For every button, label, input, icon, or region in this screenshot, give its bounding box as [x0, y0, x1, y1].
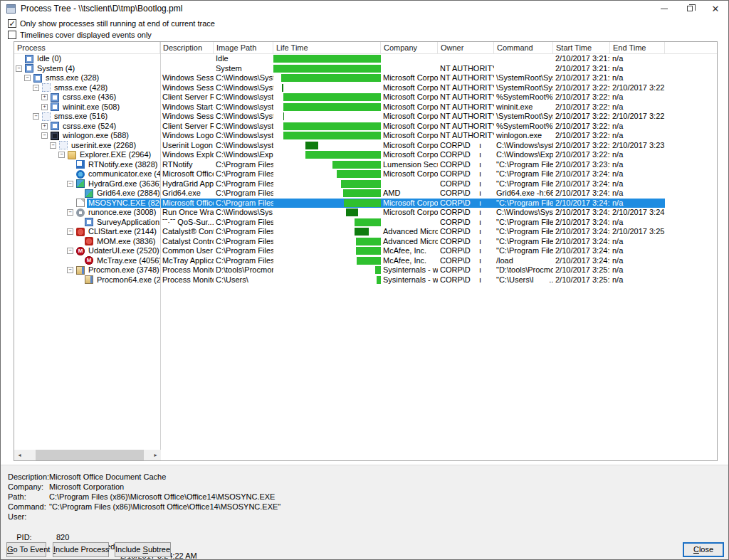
collapse-icon[interactable]: −: [16, 65, 22, 72]
cell-image-path: C:\Windows\Syst...: [214, 73, 273, 83]
collapse-icon[interactable]: −: [58, 152, 65, 158]
collapse-icon[interactable]: −: [67, 248, 73, 254]
column-header-life-time[interactable]: Life Time: [273, 42, 381, 54]
cell-description: [160, 54, 214, 64]
process-row[interactable]: +csrss.exe (524)Client Server Runt...C:\…: [14, 122, 717, 132]
process-row[interactable]: −CLIStart.exe (2144)Catalyst® Control ..…: [14, 227, 717, 237]
expand-icon[interactable]: +: [41, 94, 48, 100]
process-row[interactable]: SurveyApplication.exe (3ˉˉ·ˉˉ QoS-Sur...…: [14, 218, 717, 228]
cell-image-path: C:\Program Files (...: [214, 246, 273, 256]
process-row[interactable]: −winlogon.exe (588)Windows Logon A...C:\…: [14, 131, 717, 141]
cell-end-time: n/a: [610, 199, 665, 208]
checkbox-timelines[interactable]: Timelines cover displayed events only: [8, 29, 215, 40]
cell-command: "C:\Users\I ..: [494, 275, 553, 285]
cell-end-time: n/a: [610, 73, 665, 83]
include-subtree-button[interactable]: Include Subtree: [115, 542, 171, 557]
process-row[interactable]: −System (4)SystemNT AUTHORITY\...2/10/20…: [14, 64, 717, 74]
cell-command: [494, 64, 553, 74]
scrollbar-thumb[interactable]: [36, 450, 144, 460]
process-row[interactable]: Procmon64.exe (2896)Process MonitorC:\Us…: [14, 275, 717, 285]
process-name-label: UdaterUI.exe (2520): [87, 246, 160, 256]
process-row[interactable]: −smss.exe (328)Windows Session ...C:\Win…: [14, 73, 717, 83]
cell-owner: [438, 54, 494, 64]
cell-image-path: C:\Windows\syst...: [214, 122, 273, 132]
cell-description: Windows Start-Up...: [160, 102, 214, 112]
column-header-command[interactable]: Command: [494, 42, 553, 54]
scrollbar-track[interactable]: [25, 450, 150, 460]
pane-separator[interactable]: [160, 42, 161, 460]
cell-description: RTNotify: [160, 160, 214, 170]
column-header-end-time[interactable]: End Time: [610, 42, 665, 54]
collapse-icon[interactable]: −: [33, 113, 39, 120]
checkbox-only-running[interactable]: ✓ Only show processes still running at e…: [8, 18, 215, 28]
process-row[interactable]: −runonce.exe (3008)Run Once WrapperC:\Wi…: [14, 208, 717, 218]
cell-life-time: [273, 64, 381, 74]
process-name-label: SurveyApplication.exe (3: [95, 218, 160, 228]
cell-start-time: 2/10/2017 3:22:0...: [553, 112, 610, 122]
checkbox-label: Timelines cover displayed events only: [20, 31, 152, 39]
collapse-icon[interactable]: −: [24, 75, 31, 81]
process-row[interactable]: −Explorer.EXE (2964)Windows ExplorerC:\W…: [14, 150, 717, 160]
cell-image-path: C:\Windows\syst...: [214, 131, 273, 141]
process-row[interactable]: Idle (0)Idle2/10/2017 3:21:3...n/a: [14, 54, 717, 64]
column-header-description[interactable]: Description: [160, 42, 214, 54]
collapse-icon[interactable]: −: [67, 267, 73, 273]
process-name-label: MSOSYNC.EXE (820): [87, 199, 160, 208]
restore-button[interactable]: [677, 1, 703, 16]
process-row[interactable]: RTNotify.exe (3828)RTNotifyC:\Program Fi…: [14, 160, 717, 170]
column-header-process[interactable]: Process: [14, 42, 160, 54]
process-row[interactable]: MOM.exe (3836)Catalyst Control C...C:\Pr…: [14, 237, 717, 247]
collapse-icon[interactable]: −: [67, 209, 73, 216]
process-tree-cell: −smss.exe (428): [14, 83, 160, 93]
process-tree-cell: −CLIStart.exe (2144): [14, 227, 160, 237]
row-filler: [665, 179, 717, 189]
scroll-left-arrow-icon[interactable]: ◂: [14, 450, 25, 460]
process-row[interactable]: MMcTray.exe (4056)McTray ApplicationC:\P…: [14, 256, 717, 266]
collapse-icon[interactable]: −: [50, 142, 56, 149]
cell-owner: CORP\D ı: [438, 275, 494, 285]
process-name-label: Procmon.exe (3748): [87, 265, 160, 275]
cell-start-time: 2/10/2017 3:21:5...: [553, 73, 610, 83]
go-to-event-button[interactable]: Go To Event: [6, 542, 46, 557]
row-filler: [665, 275, 717, 285]
process-row[interactable]: MSOSYNC.EXE (820)Microsoft Office D...C:…: [14, 199, 717, 208]
collapse-icon[interactable]: −: [67, 228, 73, 235]
process-row[interactable]: −HydraGrd.exe (3636)HydraGrid Applica...…: [14, 179, 717, 189]
cell-command: "C:\Program Files ...: [494, 237, 553, 247]
minimize-button[interactable]: [651, 1, 677, 16]
process-row[interactable]: +wininit.exe (508)Windows Start-Up...C:\…: [14, 102, 717, 112]
column-header-company[interactable]: Company: [381, 42, 438, 54]
column-header-owner[interactable]: Owner: [438, 42, 494, 54]
cell-description: Grid64.exe: [160, 189, 214, 199]
cell-life-time: [273, 141, 381, 151]
process-row[interactable]: −Procmon.exe (3748)Process MonitorD:\too…: [14, 265, 717, 275]
collapse-icon[interactable]: −: [33, 85, 39, 91]
tree-indent: [14, 270, 67, 270]
scroll-right-arrow-icon[interactable]: ▸: [150, 450, 161, 460]
process-row[interactable]: communicator.exe (4000)Microsoft Office …: [14, 169, 717, 179]
cell-command: "C:\Program Files...: [494, 160, 553, 170]
close-window-button[interactable]: ✕: [703, 1, 728, 16]
tree-indent: [14, 260, 75, 261]
process-row[interactable]: −userinit.exe (2268)Userinit Logon Ap...…: [14, 141, 717, 151]
process-tree-cell: −MUdaterUI.exe (2520): [14, 246, 160, 256]
column-header-start-time[interactable]: Start Time: [553, 42, 610, 54]
process-row[interactable]: Grid64.exe (2884)Grid64.exeC:\Program Fi…: [14, 189, 717, 199]
process-tree-cell: −smss.exe (328): [14, 73, 160, 83]
process-row[interactable]: −smss.exe (428)Windows Session ...C:\Win…: [14, 83, 717, 93]
cell-end-time: n/a: [610, 131, 665, 141]
collapse-icon[interactable]: −: [67, 181, 73, 187]
expand-icon[interactable]: +: [41, 104, 48, 110]
cell-owner: NT AUTHORITY\...: [438, 122, 494, 132]
process-row[interactable]: −MUdaterUI.exe (2520)Common User Inte...…: [14, 246, 717, 256]
column-header-image-path[interactable]: Image Path: [214, 42, 273, 54]
process-name-label: smss.exe (428): [53, 83, 160, 93]
row-filler: [665, 218, 717, 228]
include-process-button[interactable]: Include Process: [53, 542, 109, 557]
collapse-icon[interactable]: −: [41, 132, 48, 139]
process-row[interactable]: +csrss.exe (436)Client Server Runt...C:\…: [14, 93, 717, 102]
ati-process-icon: [76, 228, 85, 236]
expand-icon[interactable]: +: [41, 123, 48, 130]
process-row[interactable]: −smss.exe (516)Windows Session ...C:\Win…: [14, 112, 717, 122]
close-button[interactable]: Close: [683, 542, 724, 557]
